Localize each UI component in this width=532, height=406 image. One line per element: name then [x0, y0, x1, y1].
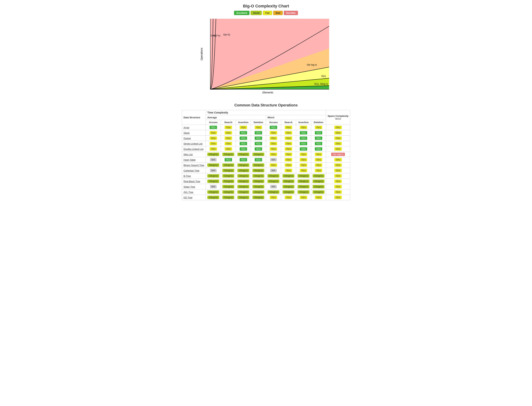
table-row: B-TreeO(log(n))O(log(n))O(log(n))O(log(n…: [182, 173, 350, 179]
complexity-cell: N/A: [206, 184, 221, 189]
complexity-badge: O(n): [270, 153, 277, 156]
complexity-cell: O(log(n)): [206, 195, 221, 200]
ds-link[interactable]: Cartesian Tree: [184, 169, 199, 172]
complexity-badge: O(log(n)): [252, 163, 264, 167]
complexity-cell: O(log(n)): [281, 179, 296, 184]
complexity-badge: O(log(n)): [237, 190, 249, 194]
complexity-cell: O(log(n)): [221, 184, 236, 189]
ds-link[interactable]: Queue: [184, 137, 191, 140]
complexity-badge: O(n): [285, 131, 292, 134]
complexity-cell: O(1): [251, 157, 266, 162]
complexity-cell: O(n): [326, 136, 350, 141]
complexity-badge: O(n): [315, 153, 322, 156]
ds-link[interactable]: B-Tree: [184, 174, 191, 177]
complexity-cell: O(n): [221, 146, 236, 152]
complexity-badge: N/A: [210, 185, 217, 188]
complexity-cell: O(log(n)): [206, 179, 221, 184]
complexity-cell: O(n): [326, 173, 350, 179]
complexity-badge: O(log(n)): [252, 190, 264, 194]
complexity-badge: O(log(n)): [283, 190, 294, 194]
complexity-badge: O(log(n)): [237, 169, 249, 172]
complexity-badge: O(n): [210, 142, 217, 145]
col-avg-search: Search: [221, 120, 236, 125]
ds-link[interactable]: Doubly-Linked List: [184, 148, 203, 151]
chart-title: Big-O Complexity Chart: [4, 4, 528, 8]
complexity-badge: O(n): [334, 190, 342, 194]
complexity-cell: O(1): [296, 130, 311, 136]
col-avg-delete: Deletion: [251, 120, 266, 125]
complexity-badge: O(log(n)): [252, 153, 264, 156]
complexity-badge: O(log(n)): [252, 169, 264, 172]
complexity-cell: O(1): [206, 125, 221, 130]
complexity-badge: O(1): [270, 126, 277, 129]
ds-link[interactable]: Binary Search Tree: [184, 164, 204, 167]
complexity-cell: O(1): [236, 157, 251, 162]
chart-section: Big-O Complexity Chart Excellent Good Fa…: [4, 4, 528, 96]
complexity-cell: O(log(n)): [206, 173, 221, 179]
table-row: Singly-Linked ListO(n)O(n)O(1)O(1)O(n)O(…: [182, 141, 350, 146]
complexity-cell: O(log(n)): [311, 184, 326, 189]
complexity-badge: O(n): [300, 169, 307, 172]
complexity-cell: N/A: [266, 184, 281, 189]
complexity-badge: O(n): [225, 142, 232, 145]
complexity-cell: O(n): [281, 195, 296, 200]
complexity-badge: O(log(n)): [237, 153, 249, 156]
ds-link[interactable]: Splay Tree: [184, 185, 195, 188]
complexity-cell: O(n): [326, 130, 350, 136]
ds-link[interactable]: Singly-Linked List: [184, 142, 203, 145]
complexity-cell: O(log(n)): [221, 189, 236, 195]
complexity-cell: O(1): [251, 130, 266, 136]
label-n2: O(n^2): [223, 33, 230, 36]
complexity-cell: O(n): [221, 130, 236, 136]
complexity-cell: O(log(n)): [311, 179, 326, 184]
complexity-badge: O(1): [240, 142, 247, 145]
complexity-cell: O(n): [206, 130, 221, 136]
complexity-badge: O(n): [334, 158, 342, 161]
complexity-cell: O(1): [236, 146, 251, 152]
complexity-cell: O(1): [311, 141, 326, 146]
ds-link[interactable]: KD Tree: [184, 196, 192, 199]
complexity-cell: O(log(n)): [251, 162, 266, 168]
complexity-cell: O(n): [296, 168, 311, 173]
complexity-cell: O(log(n)): [236, 184, 251, 189]
legend-excellent: Excellent: [234, 11, 249, 15]
complexity-badge: O(n): [285, 153, 292, 156]
ds-link[interactable]: Array: [184, 126, 189, 129]
complexity-cell: N/A: [206, 157, 221, 162]
table-row: ArrayO(1)O(n)O(n)O(n)O(1)O(n)O(n)O(n)O(n…: [182, 125, 350, 130]
table-row: StackO(n)O(n)O(1)O(1)O(n)O(n)O(1)O(1)O(n…: [182, 130, 350, 136]
complexity-badge: O(log(n)): [312, 185, 325, 188]
complexity-badge: O(n): [315, 163, 322, 167]
ds-link[interactable]: Red-Black Tree: [184, 180, 200, 183]
complexity-cell: O(log(n)): [221, 179, 236, 184]
complexity-cell: O(n): [266, 162, 281, 168]
complexity-cell: O(log(n)): [221, 173, 236, 179]
complexity-badge: O(log(n)): [237, 163, 249, 167]
complexity-cell: O(log(n)): [221, 195, 236, 200]
complexity-badge: O(n): [300, 163, 307, 167]
complexity-badge: N/A: [270, 169, 277, 172]
complexity-cell: O(log(n)): [206, 162, 221, 168]
complexity-cell: O(n): [326, 146, 350, 152]
complexity-cell: O(n): [311, 195, 326, 200]
complexity-cell: O(log(n)): [266, 173, 281, 179]
complexity-badge: O(1): [315, 147, 322, 151]
ds-link[interactable]: Hash Table: [184, 159, 196, 161]
complexity-badge: O(n): [300, 153, 307, 156]
complexity-badge: O(log(n)): [268, 180, 279, 183]
table-row: Red-Black TreeO(log(n))O(log(n))O(log(n)…: [182, 179, 350, 184]
complexity-cell: O(log(n)): [236, 168, 251, 173]
complexity-badge: O(log(n)): [298, 185, 309, 188]
ds-link[interactable]: AVL Tree: [184, 191, 193, 194]
complexity-cell: O(1): [236, 136, 251, 141]
legend-bad: Bad: [273, 11, 283, 15]
complexity-badge: O(n): [334, 174, 342, 178]
complexity-badge: O(n log(n)): [331, 153, 345, 156]
complexity-badge: O(log(n)): [207, 180, 219, 183]
complexity-badge: O(n): [270, 147, 277, 151]
complexity-badge: O(log(n)): [283, 180, 294, 183]
ds-name-cell: KD Tree: [182, 195, 206, 200]
ds-link[interactable]: Stack: [184, 131, 190, 134]
complexity-cell: O(1): [251, 146, 266, 152]
ds-link[interactable]: Skip List: [184, 153, 193, 156]
